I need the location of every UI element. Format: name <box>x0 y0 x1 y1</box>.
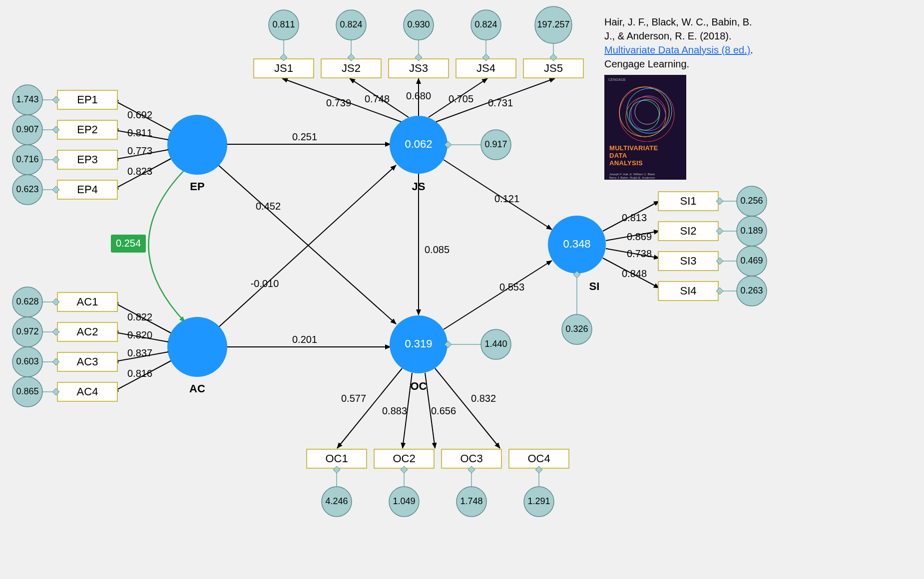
svg-text:0.816: 0.816 <box>127 368 152 379</box>
svg-text:0.907: 0.907 <box>16 124 38 134</box>
svg-text:0.189: 0.189 <box>740 226 763 236</box>
book-cover: CENGAGE MULTIVARIATEDATAANALYSIS Joseph … <box>604 75 686 180</box>
svg-text:EP1: EP1 <box>77 93 98 106</box>
svg-text:0.603: 0.603 <box>16 356 38 366</box>
svg-text:0.930: 0.930 <box>407 19 430 29</box>
svg-text:AC4: AC4 <box>77 385 98 398</box>
svg-text:OC3: OC3 <box>460 452 482 465</box>
svg-text:JS2: JS2 <box>342 62 361 74</box>
oc-group: 0.319 OC 1.440 OC1 4.246 0.577 OC2 1.049… <box>307 315 569 517</box>
path-oc-si: 0.553 <box>499 282 524 292</box>
svg-text:OC4: OC4 <box>527 452 550 465</box>
svg-text:0.773: 0.773 <box>127 145 152 156</box>
svg-text:0.348: 0.348 <box>563 238 590 250</box>
path-ep-js: 0.251 <box>292 131 317 142</box>
svg-text:0.656: 0.656 <box>431 405 456 416</box>
svg-text:JS1: JS1 <box>274 62 293 74</box>
js-group: 0.062 JS 0.917 JS1 0.811 0.739 JS2 0.824… <box>254 6 583 193</box>
svg-text:SI3: SI3 <box>680 255 696 267</box>
svg-text:0.062: 0.062 <box>405 138 432 150</box>
path-ac-js: -0.010 <box>251 278 279 289</box>
svg-text:SI4: SI4 <box>680 285 696 297</box>
svg-text:JS3: JS3 <box>409 62 428 74</box>
structural-paths: 0.251 0.452 -0.010 0.201 0.085 0.121 0.5… <box>217 131 552 347</box>
svg-text:0.848: 0.848 <box>622 268 647 279</box>
svg-text:AC3: AC3 <box>77 355 98 368</box>
svg-text:0.263: 0.263 <box>740 286 763 295</box>
svg-text:0.623: 0.623 <box>16 184 38 194</box>
svg-text:0.811: 0.811 <box>272 19 295 29</box>
label-ac: AC <box>189 382 205 395</box>
book-swirl-icon <box>614 82 679 142</box>
label-si: SI <box>589 280 600 292</box>
svg-text:0.822: 0.822 <box>127 311 152 322</box>
svg-text:0.739: 0.739 <box>326 97 351 108</box>
book-title: MULTIVARIATEDATAANALYSIS <box>609 145 658 167</box>
svg-text:0.972: 0.972 <box>16 326 38 336</box>
svg-point-171 <box>629 100 659 130</box>
path-ep-oc: 0.452 <box>256 201 281 212</box>
svg-text:1.743: 1.743 <box>16 94 38 104</box>
sem-diagram: 0.251 0.452 -0.010 0.201 0.085 0.121 0.5… <box>0 0 924 579</box>
covariance-ep-ac <box>149 170 185 322</box>
svg-text:0.748: 0.748 <box>365 93 390 104</box>
svg-text:0.811: 0.811 <box>127 127 152 138</box>
svg-text:0.731: 0.731 <box>488 97 513 108</box>
path-js-oc: 0.085 <box>425 244 450 255</box>
svg-text:EP4: EP4 <box>77 183 98 196</box>
svg-text:0.326: 0.326 <box>565 324 588 334</box>
svg-text:0.680: 0.680 <box>406 90 431 101</box>
label-ep: EP <box>190 180 204 193</box>
svg-text:0.917: 0.917 <box>484 139 507 149</box>
covariance-value: 0.254 <box>116 238 141 249</box>
svg-text:0.628: 0.628 <box>16 296 38 306</box>
svg-text:1.049: 1.049 <box>393 496 415 506</box>
label-oc: OC <box>411 380 427 392</box>
svg-text:0.869: 0.869 <box>627 231 652 242</box>
svg-text:0.832: 0.832 <box>471 393 496 404</box>
svg-point-172 <box>635 99 660 124</box>
path-js-si: 0.121 <box>494 193 519 204</box>
svg-text:0.837: 0.837 <box>127 347 152 358</box>
svg-text:1.440: 1.440 <box>484 339 507 349</box>
svg-text:0.716: 0.716 <box>16 154 38 164</box>
svg-text:0.865: 0.865 <box>16 386 38 396</box>
svg-text:0.823: 0.823 <box>127 166 152 177</box>
si-group: 0.348 SI 0.326 SI1 0.256 0.813 SI2 0.189… <box>548 186 767 344</box>
svg-text:0.577: 0.577 <box>341 393 366 404</box>
svg-text:0.738: 0.738 <box>627 248 652 259</box>
svg-text:SI1: SI1 <box>680 195 696 207</box>
svg-text:0.469: 0.469 <box>740 256 763 266</box>
svg-text:0.705: 0.705 <box>449 93 473 104</box>
svg-text:OC1: OC1 <box>325 452 348 465</box>
svg-text:0.824: 0.824 <box>340 19 362 29</box>
svg-text:AC2: AC2 <box>77 325 98 338</box>
svg-text:JS4: JS4 <box>476 62 495 74</box>
latent-ep <box>167 115 227 175</box>
svg-text:SI2: SI2 <box>680 225 696 237</box>
reference-citation: Hair, J. F., Black, W. C., Babin, B. J.,… <box>604 15 759 71</box>
svg-line-6 <box>444 261 552 329</box>
svg-text:0.256: 0.256 <box>740 196 763 206</box>
label-js: JS <box>412 180 426 193</box>
svg-text:AC1: AC1 <box>77 295 98 308</box>
svg-line-1 <box>217 164 396 324</box>
reference-link[interactable]: Multivariate Data Analysis (8 ed.) <box>604 44 750 55</box>
svg-text:JS5: JS5 <box>544 62 563 74</box>
svg-text:1.748: 1.748 <box>460 496 482 506</box>
book-authors: Joseph F. Hair Jr. William C. BlackBarry… <box>609 173 655 180</box>
svg-text:4.246: 4.246 <box>325 496 348 506</box>
svg-text:0.319: 0.319 <box>405 337 432 350</box>
ep-group: EP EP1 1.743 0.692 EP2 0.907 0.811 EP3 0… <box>12 85 227 205</box>
svg-text:OC2: OC2 <box>393 452 415 465</box>
svg-text:197.257: 197.257 <box>537 19 569 29</box>
svg-text:0.883: 0.883 <box>382 405 407 416</box>
svg-text:EP2: EP2 <box>77 123 98 136</box>
svg-line-2 <box>218 165 396 328</box>
svg-text:0.824: 0.824 <box>474 19 497 29</box>
svg-text:0.692: 0.692 <box>127 109 152 120</box>
ac-group: AC AC1 0.628 0.822 AC2 0.972 0.820 AC3 0… <box>12 287 227 407</box>
svg-text:0.813: 0.813 <box>622 212 647 223</box>
latent-ac <box>167 317 227 377</box>
svg-text:0.820: 0.820 <box>127 329 152 340</box>
